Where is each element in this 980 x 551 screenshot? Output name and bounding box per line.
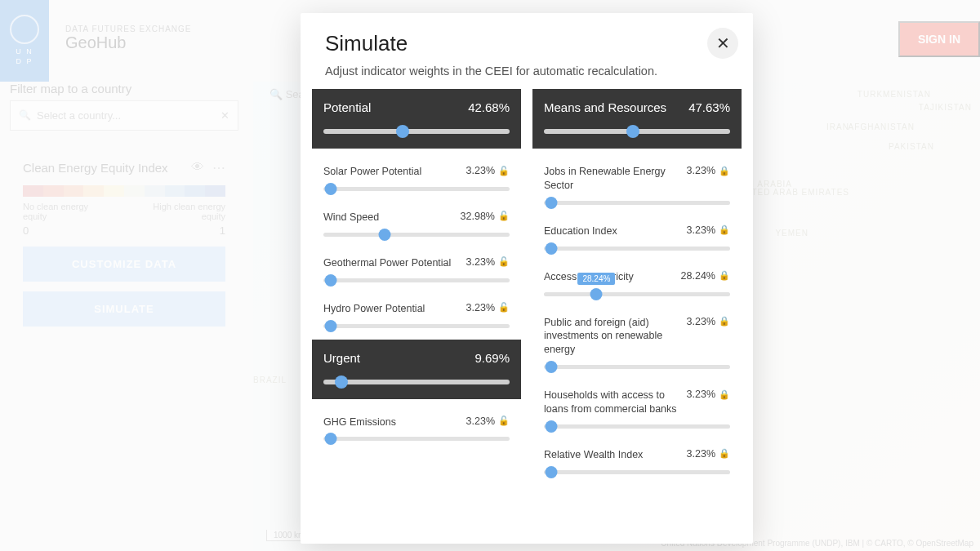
- category-slider[interactable]: [323, 380, 510, 384]
- category-name: Potential: [323, 100, 371, 114]
- indicator: Access to electricity 28.24%🔒 28.24%: [532, 262, 742, 308]
- slider-thumb[interactable]: [590, 288, 603, 300]
- slider-thumb[interactable]: [546, 197, 558, 209]
- category-value: 9.69%: [474, 351, 510, 365]
- lock-icon[interactable]: 🔒: [719, 270, 730, 281]
- indicator: Geothermal Power Potential 3.23%🔓: [312, 248, 521, 294]
- slider-thumb[interactable]: [325, 320, 337, 332]
- indicator-value: 3.23%: [687, 389, 715, 400]
- indicator-value: 3.23%: [687, 448, 715, 460]
- lock-icon[interactable]: 🔒: [719, 166, 730, 176]
- indicator: Jobs in Renewable Energy Sector 3.23%🔒: [532, 157, 742, 216]
- indicator-slider[interactable]: [323, 437, 510, 441]
- category-value: 47.63%: [688, 100, 730, 114]
- indicator-value: 3.23%: [466, 256, 495, 268]
- lock-icon[interactable]: 🔒: [719, 316, 730, 327]
- category-slider[interactable]: [323, 129, 510, 134]
- category-potential: Potential42.68%: [312, 89, 521, 149]
- lock-icon[interactable]: 🔒: [719, 224, 730, 235]
- indicator-value: 32.98%: [461, 211, 495, 222]
- indicator-slider[interactable]: [544, 470, 730, 474]
- category-value: 42.68%: [468, 100, 510, 114]
- indicator: Education Index 3.23%🔒: [532, 216, 742, 262]
- category-urgent: Urgent9.69%: [312, 340, 521, 399]
- indicator-label: Education Index: [544, 224, 680, 238]
- unlock-icon[interactable]: 🔓: [498, 166, 510, 176]
- indicator-label: GHG Emissions: [323, 415, 460, 429]
- modal-title: Simulate: [325, 31, 728, 56]
- indicator: GHG Emissions 3.23%🔓: [312, 407, 521, 453]
- lock-icon[interactable]: 🔒: [719, 448, 730, 459]
- lock-icon[interactable]: 🔒: [719, 389, 730, 400]
- indicator-slider[interactable]: [323, 278, 510, 282]
- indicator: Hydro Power Potential 3.23%🔓: [312, 294, 521, 340]
- indicator-slider[interactable]: [323, 324, 510, 328]
- indicator-label: Relative Wealth Index: [544, 448, 680, 462]
- indicator-slider[interactable]: [323, 187, 510, 191]
- indicator-label: Solar Power Potential: [323, 165, 460, 179]
- indicator-slider[interactable]: [544, 247, 730, 251]
- unlock-icon[interactable]: 🔓: [498, 415, 510, 426]
- indicator-value: 3.23%: [466, 415, 495, 427]
- indicator: Public and foreign (aid) investments on …: [532, 308, 742, 381]
- slider-thumb[interactable]: [546, 361, 558, 373]
- indicator-label: Jobs in Renewable Energy Sector: [544, 165, 680, 193]
- indicator: Wind Speed 32.98%🔓: [312, 202, 521, 248]
- indicator-label: Hydro Power Potential: [323, 302, 460, 316]
- indicator-slider[interactable]: [544, 424, 730, 429]
- category-means-and-resources: Means and Resources47.63%: [532, 89, 742, 149]
- indicator: Relative Wealth Index 3.23%🔒: [532, 440, 742, 486]
- slider-thumb[interactable]: [546, 242, 558, 255]
- slider-thumb[interactable]: [325, 433, 337, 445]
- indicator: Solar Power Potential 3.23%🔓: [312, 157, 521, 202]
- indicator-value: 28.24%: [681, 270, 715, 282]
- indicator-label: Public and foreign (aid) investments on …: [544, 316, 680, 358]
- unlock-icon[interactable]: 🔓: [498, 211, 510, 221]
- slider-thumb[interactable]: [379, 229, 391, 241]
- modal-subtitle: Adjust indicator weights in the CEEI for…: [325, 64, 728, 78]
- simulate-modal: Simulate Adjust indicator weights in the…: [301, 13, 753, 544]
- slider-thumb[interactable]: [546, 466, 558, 478]
- slider-tooltip: 28.24%: [577, 273, 615, 285]
- category-slider[interactable]: [544, 129, 730, 134]
- indicator-label: Geothermal Power Potential: [323, 256, 460, 270]
- indicator: Households with access to loans from com…: [532, 380, 742, 440]
- slider-thumb[interactable]: [325, 183, 337, 195]
- slider-thumb[interactable]: [546, 420, 558, 433]
- category-name: Means and Resources: [544, 100, 666, 114]
- slider-thumb[interactable]: [325, 274, 337, 287]
- category-name: Urgent: [323, 351, 360, 365]
- indicator-value: 3.23%: [687, 165, 715, 176]
- indicator-slider[interactable]: 28.24%: [544, 292, 730, 296]
- indicator-slider[interactable]: [323, 233, 510, 237]
- unlock-icon[interactable]: 🔓: [498, 302, 510, 313]
- indicator-slider[interactable]: [544, 365, 730, 369]
- close-icon[interactable]: ✕: [707, 28, 738, 59]
- indicator-value: 3.23%: [466, 302, 495, 313]
- indicator-label: Households with access to loans from com…: [544, 389, 680, 416]
- indicator-label: Wind Speed: [323, 211, 454, 224]
- unlock-icon[interactable]: 🔓: [498, 256, 510, 267]
- indicator-value: 3.23%: [687, 316, 715, 327]
- indicator-value: 3.23%: [466, 165, 495, 176]
- indicator-slider[interactable]: [544, 201, 730, 205]
- indicator-value: 3.23%: [687, 224, 715, 236]
